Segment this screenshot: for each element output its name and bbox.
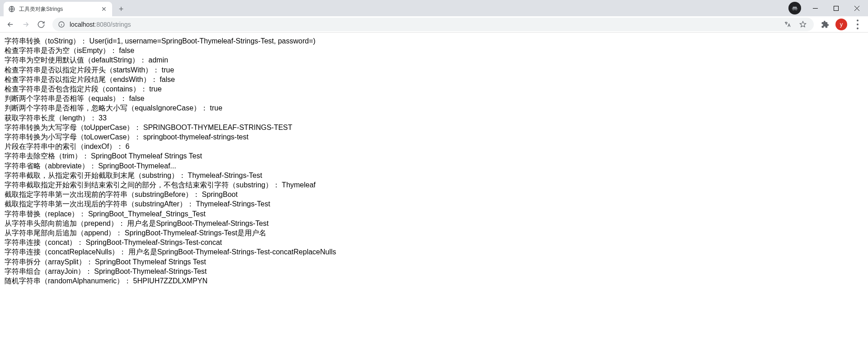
output-line: 字符串连接（concatReplaceNulls）： 用户名是SpringBoo… xyxy=(5,247,863,257)
output-line: 判断两个字符串是否相等，忽略大小写（equalsIgnoreCase）： tru… xyxy=(5,103,863,113)
profile-avatar[interactable]: y xyxy=(835,19,847,30)
bookmark-icon[interactable] xyxy=(797,19,808,30)
output-line: 从字符串尾部向后追加（append）： SpringBoot-Thymeleaf… xyxy=(5,228,863,238)
close-window-button[interactable] xyxy=(846,1,867,15)
translate-icon[interactable] xyxy=(782,19,793,30)
output-line: 获取字符串长度（length）： 33 xyxy=(5,113,863,123)
output-line: 字符串转换为大写字母（toUpperCase）： SPRINGBOOT-THYM… xyxy=(5,123,863,132)
extensions-icon[interactable] xyxy=(818,18,832,31)
address-bar[interactable]: localhost:8080/strings xyxy=(52,18,814,31)
output-line: 检查字符串是否以指定片段开头（startsWith）： true xyxy=(5,65,863,75)
output-line: 字符串组合（arrayJoin）： SpringBoot-Thymeleaf-S… xyxy=(5,267,863,276)
output-line: 截取指定字符串第一次出现后的字符串（substringAfter）： Thyme… xyxy=(5,199,863,209)
output-line: 截取指定字符串第一次出现前的字符串（substringBefore）： Spri… xyxy=(5,190,863,199)
window-controls xyxy=(788,0,868,16)
page-content: 字符串转换（toString）： User(id=1, username=Spr… xyxy=(0,33,868,289)
url-text: localhost:8080/strings xyxy=(70,21,778,28)
output-line: 字符串替换（replace）： SpringBoot_Thymeleaf_Str… xyxy=(5,209,863,219)
output-line: 片段在字符串中的索引（indexOf）： 6 xyxy=(5,142,863,151)
maximize-button[interactable] xyxy=(826,1,846,15)
output-line: 字符串省略（abbreviate）： SpringBoot-Thymeleaf.… xyxy=(5,161,863,171)
browser-tab[interactable]: 工具类对象Strings ✕ xyxy=(4,2,112,16)
output-line: 字符串为空时使用默认值（defaultString）： admin xyxy=(5,55,863,65)
output-line: 字符串转换（toString）： User(id=1, username=Spr… xyxy=(5,36,863,46)
output-line: 随机字符串（randomAlphanumeric）： 5HPIUH7ZZDLXM… xyxy=(5,276,863,286)
incognito-icon xyxy=(788,2,801,14)
svg-point-6 xyxy=(857,24,859,25)
url-path: :8080/strings xyxy=(94,21,131,28)
output-line: 字符串截取指定开始索引到结束索引之间的部分，不包含结束索引字符（substrin… xyxy=(5,180,863,190)
tab-title: 工具类对象Strings xyxy=(19,5,97,13)
reload-button[interactable] xyxy=(34,18,48,31)
new-tab-button[interactable]: + xyxy=(115,3,127,15)
tab-strip: 工具类对象Strings ✕ + xyxy=(0,0,868,16)
site-info-icon[interactable] xyxy=(58,21,65,28)
url-host: localhost xyxy=(70,21,94,28)
svg-point-5 xyxy=(857,19,859,21)
output-line: 字符串拆分（arraySplit）： SpringBoot Thymeleaf … xyxy=(5,257,863,267)
svg-point-1 xyxy=(793,9,794,10)
output-line: 从字符串头部向前追加（prepend）： 用户名是SpringBoot-Thym… xyxy=(5,219,863,228)
output-line: 检查字符串是否以指定片段结尾（endsWith）： false xyxy=(5,75,863,84)
output-line: 检查字符串是否包含指定片段（contains）： true xyxy=(5,84,863,94)
svg-point-7 xyxy=(857,27,859,29)
output-line: 字符串转换为小写字母（toLowerCase）： springboot-thym… xyxy=(5,132,863,142)
forward-button[interactable] xyxy=(19,18,33,31)
output-line: 字符串去除空格（trim）： SpringBoot Thymeleaf Stri… xyxy=(5,151,863,161)
output-line: 检查字符串是否为空（isEmpty）： false xyxy=(5,46,863,55)
svg-point-2 xyxy=(796,9,797,10)
menu-button[interactable] xyxy=(851,18,864,31)
output-line: 字符串连接（concat）： SpringBoot-Thymeleaf-Stri… xyxy=(5,238,863,247)
close-tab-button[interactable]: ✕ xyxy=(100,5,108,13)
toolbar: localhost:8080/strings y xyxy=(0,16,868,33)
output-line: 判断两个字符串是否相等（equals）： false xyxy=(5,94,863,103)
back-button[interactable] xyxy=(4,18,17,31)
minimize-button[interactable] xyxy=(805,1,826,15)
output-line: 字符串截取，从指定索引开始截取到末尾（substring）： Thymeleaf… xyxy=(5,171,863,180)
svg-rect-3 xyxy=(834,6,838,10)
globe-icon xyxy=(8,5,15,13)
avatar-initial: y xyxy=(840,21,843,28)
